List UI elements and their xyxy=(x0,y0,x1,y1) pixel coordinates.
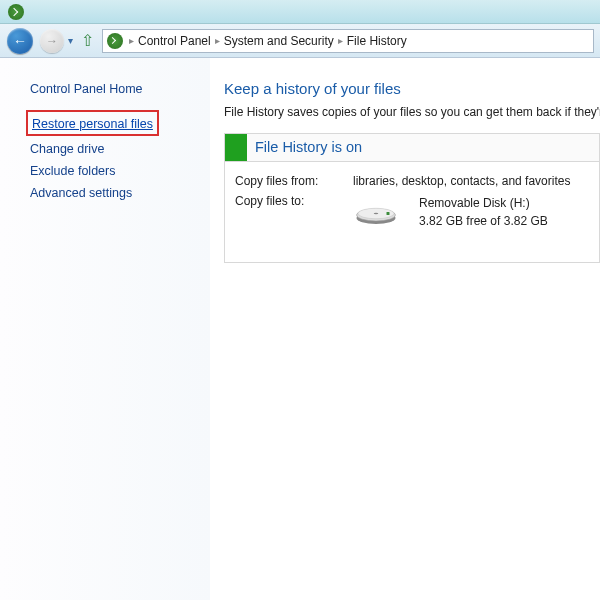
address-bar[interactable]: ▸ Control Panel ▸ System and Security ▸ … xyxy=(102,29,594,53)
chevron-right-icon: ▸ xyxy=(215,35,220,46)
svg-point-3 xyxy=(374,213,379,215)
back-button[interactable]: ← xyxy=(6,28,34,54)
chevron-right-icon: ▸ xyxy=(338,35,343,46)
sidebar-link-restore[interactable]: Restore personal files xyxy=(32,117,153,131)
forward-button[interactable]: → xyxy=(38,28,66,54)
sidebar-link-change-drive[interactable]: Change drive xyxy=(0,138,210,160)
disk-free-space: 3.82 GB free of 3.82 GB xyxy=(419,212,548,230)
page-title: Keep a history of your files xyxy=(224,80,600,97)
disk-drive-icon xyxy=(353,197,399,227)
breadcrumb-file-history[interactable]: File History xyxy=(347,34,407,48)
sidebar-link-advanced-settings[interactable]: Advanced settings xyxy=(0,182,210,204)
status-body: Copy files from: libraries, desktop, con… xyxy=(225,162,599,262)
copy-from-label: Copy files from: xyxy=(235,174,343,188)
disk-name: Removable Disk (H:) xyxy=(419,194,548,212)
status-title: File History is on xyxy=(247,134,372,161)
history-dropdown[interactable]: ▾ xyxy=(68,35,73,46)
main-panel: Keep a history of your files File Histor… xyxy=(210,58,600,600)
copy-to-label: Copy files to: xyxy=(235,194,343,230)
content-area: Control Panel Home Restore personal file… xyxy=(0,58,600,600)
page-subtitle: File History saves copies of your files … xyxy=(224,105,600,119)
navigation-toolbar: ← → ▾ ⇧ ▸ Control Panel ▸ System and Sec… xyxy=(0,24,600,58)
file-history-icon xyxy=(107,33,123,49)
sidebar-home-link[interactable]: Control Panel Home xyxy=(0,78,210,110)
copy-from-value: libraries, desktop, contacts, and favori… xyxy=(353,174,589,188)
window-titlebar xyxy=(0,0,600,24)
sidebar: Control Panel Home Restore personal file… xyxy=(0,58,210,600)
status-box: File History is on Copy files from: libr… xyxy=(224,133,600,263)
disk-row: Removable Disk (H:) 3.82 GB free of 3.82… xyxy=(353,194,589,230)
breadcrumb-system-security[interactable]: System and Security xyxy=(224,34,334,48)
arrow-right-icon: → xyxy=(40,29,64,53)
chevron-right-icon: ▸ xyxy=(129,35,134,46)
svg-rect-4 xyxy=(387,212,390,215)
file-history-icon xyxy=(8,4,24,20)
breadcrumb-control-panel[interactable]: Control Panel xyxy=(138,34,211,48)
highlight-box: Restore personal files xyxy=(26,110,159,136)
up-button[interactable]: ⇧ xyxy=(81,31,94,50)
sidebar-link-exclude-folders[interactable]: Exclude folders xyxy=(0,160,210,182)
status-indicator-on xyxy=(225,134,247,161)
arrow-left-icon: ← xyxy=(7,28,33,54)
status-header: File History is on xyxy=(225,134,599,162)
disk-info: Removable Disk (H:) 3.82 GB free of 3.82… xyxy=(419,194,548,230)
